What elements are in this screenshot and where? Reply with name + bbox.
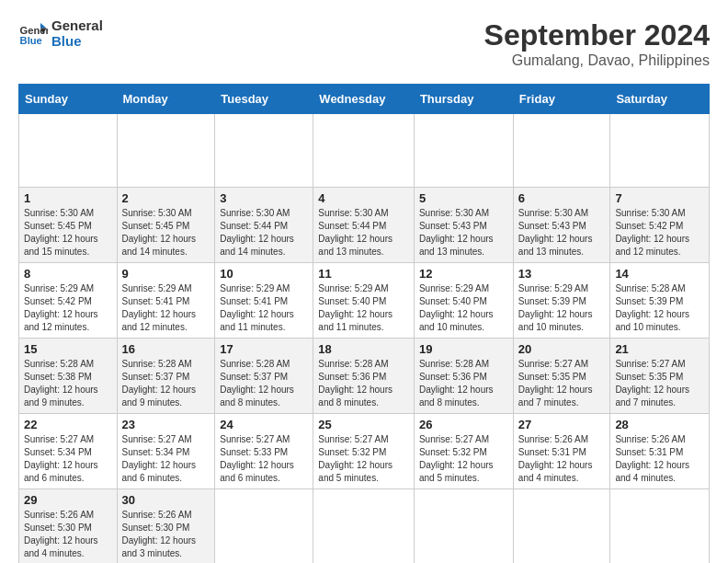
calendar-cell: 9Sunrise: 5:29 AM Sunset: 5:41 PM Daylig… bbox=[117, 263, 215, 339]
day-number: 24 bbox=[220, 418, 308, 431]
calendar-cell: 6Sunrise: 5:30 AM Sunset: 5:43 PM Daylig… bbox=[513, 188, 610, 263]
calendar-cell: 30Sunrise: 5:26 AM Sunset: 5:30 PM Dayli… bbox=[117, 489, 215, 564]
calendar-cell: 10Sunrise: 5:29 AM Sunset: 5:41 PM Dayli… bbox=[215, 263, 313, 339]
day-number: 26 bbox=[419, 418, 508, 431]
day-detail: Sunrise: 5:28 AM Sunset: 5:37 PM Dayligh… bbox=[122, 358, 210, 409]
calendar-cell: 15Sunrise: 5:28 AM Sunset: 5:38 PM Dayli… bbox=[19, 339, 118, 414]
month-year: September 2024 bbox=[484, 18, 710, 52]
calendar-cell bbox=[414, 114, 513, 188]
day-number: 25 bbox=[318, 418, 409, 431]
page-header: General Blue General Blue September 2024… bbox=[18, 18, 710, 69]
weekday-header-row: SundayMondayTuesdayWednesdayThursdayFrid… bbox=[19, 85, 710, 114]
logo-general: General bbox=[51, 18, 103, 34]
day-detail: Sunrise: 5:26 AM Sunset: 5:30 PM Dayligh… bbox=[24, 509, 112, 560]
day-number: 8 bbox=[24, 267, 112, 281]
calendar-cell: 4Sunrise: 5:30 AM Sunset: 5:44 PM Daylig… bbox=[313, 188, 415, 263]
day-detail: Sunrise: 5:29 AM Sunset: 5:42 PM Dayligh… bbox=[24, 282, 112, 334]
day-number: 28 bbox=[615, 418, 704, 431]
day-number: 11 bbox=[318, 267, 409, 281]
day-detail: Sunrise: 5:29 AM Sunset: 5:40 PM Dayligh… bbox=[318, 282, 409, 334]
calendar-cell bbox=[215, 114, 313, 188]
day-detail: Sunrise: 5:28 AM Sunset: 5:37 PM Dayligh… bbox=[220, 358, 308, 409]
day-number: 20 bbox=[518, 342, 606, 356]
day-detail: Sunrise: 5:29 AM Sunset: 5:40 PM Dayligh… bbox=[419, 282, 508, 334]
week-row-2: 1Sunrise: 5:30 AM Sunset: 5:45 PM Daylig… bbox=[19, 188, 710, 263]
calendar-cell: 18Sunrise: 5:28 AM Sunset: 5:36 PM Dayli… bbox=[313, 339, 415, 414]
day-detail: Sunrise: 5:27 AM Sunset: 5:33 PM Dayligh… bbox=[220, 433, 308, 485]
day-detail: Sunrise: 5:26 AM Sunset: 5:30 PM Dayligh… bbox=[122, 509, 210, 560]
calendar-cell: 5Sunrise: 5:30 AM Sunset: 5:43 PM Daylig… bbox=[414, 188, 513, 263]
day-number: 12 bbox=[419, 267, 508, 281]
calendar-cell bbox=[513, 114, 610, 188]
week-row-5: 22Sunrise: 5:27 AM Sunset: 5:34 PM Dayli… bbox=[19, 414, 710, 489]
weekday-header-tuesday: Tuesday bbox=[215, 85, 313, 114]
weekday-header-sunday: Sunday bbox=[19, 85, 118, 114]
day-number: 19 bbox=[419, 342, 508, 356]
calendar-cell: 8Sunrise: 5:29 AM Sunset: 5:42 PM Daylig… bbox=[19, 263, 118, 339]
logo-blue: Blue bbox=[51, 34, 103, 50]
calendar-cell: 24Sunrise: 5:27 AM Sunset: 5:33 PM Dayli… bbox=[215, 414, 313, 489]
day-number: 27 bbox=[518, 418, 606, 431]
day-number: 1 bbox=[24, 191, 112, 205]
day-detail: Sunrise: 5:30 AM Sunset: 5:45 PM Dayligh… bbox=[122, 207, 210, 259]
week-row-4: 15Sunrise: 5:28 AM Sunset: 5:38 PM Dayli… bbox=[19, 339, 710, 414]
calendar-cell: 7Sunrise: 5:30 AM Sunset: 5:42 PM Daylig… bbox=[610, 188, 710, 263]
calendar-cell: 2Sunrise: 5:30 AM Sunset: 5:45 PM Daylig… bbox=[117, 188, 215, 263]
day-detail: Sunrise: 5:28 AM Sunset: 5:36 PM Dayligh… bbox=[318, 358, 409, 409]
day-number: 29 bbox=[24, 493, 112, 507]
day-detail: Sunrise: 5:28 AM Sunset: 5:39 PM Dayligh… bbox=[615, 282, 704, 334]
day-detail: Sunrise: 5:28 AM Sunset: 5:36 PM Dayligh… bbox=[419, 358, 508, 409]
day-number: 3 bbox=[220, 191, 308, 205]
calendar-cell bbox=[610, 489, 710, 564]
calendar-cell bbox=[313, 489, 415, 564]
calendar-table: SundayMondayTuesdayWednesdayThursdayFrid… bbox=[18, 84, 710, 563]
calendar-cell: 26Sunrise: 5:27 AM Sunset: 5:32 PM Dayli… bbox=[414, 414, 513, 489]
calendar-cell: 17Sunrise: 5:28 AM Sunset: 5:37 PM Dayli… bbox=[215, 339, 313, 414]
day-detail: Sunrise: 5:30 AM Sunset: 5:42 PM Dayligh… bbox=[615, 207, 704, 259]
day-number: 9 bbox=[122, 267, 210, 281]
calendar-cell: 21Sunrise: 5:27 AM Sunset: 5:35 PM Dayli… bbox=[610, 339, 710, 414]
day-number: 21 bbox=[615, 342, 704, 356]
day-detail: Sunrise: 5:27 AM Sunset: 5:35 PM Dayligh… bbox=[615, 358, 704, 409]
calendar-cell: 13Sunrise: 5:29 AM Sunset: 5:39 PM Dayli… bbox=[513, 263, 610, 339]
week-row-1 bbox=[19, 114, 710, 188]
location: Gumalang, Davao, Philippines bbox=[484, 52, 710, 69]
weekday-header-friday: Friday bbox=[513, 85, 610, 114]
day-detail: Sunrise: 5:27 AM Sunset: 5:32 PM Dayligh… bbox=[318, 433, 409, 485]
day-detail: Sunrise: 5:30 AM Sunset: 5:43 PM Dayligh… bbox=[518, 207, 606, 259]
logo-icon: General Blue bbox=[18, 19, 48, 49]
day-number: 18 bbox=[318, 342, 409, 356]
day-detail: Sunrise: 5:29 AM Sunset: 5:41 PM Dayligh… bbox=[220, 282, 308, 334]
calendar-cell: 12Sunrise: 5:29 AM Sunset: 5:40 PM Dayli… bbox=[414, 263, 513, 339]
calendar-cell: 27Sunrise: 5:26 AM Sunset: 5:31 PM Dayli… bbox=[513, 414, 610, 489]
calendar-cell: 29Sunrise: 5:26 AM Sunset: 5:30 PM Dayli… bbox=[19, 489, 118, 564]
calendar-cell bbox=[313, 114, 415, 188]
day-detail: Sunrise: 5:27 AM Sunset: 5:34 PM Dayligh… bbox=[24, 433, 112, 485]
calendar-cell: 23Sunrise: 5:27 AM Sunset: 5:34 PM Dayli… bbox=[117, 414, 215, 489]
day-detail: Sunrise: 5:30 AM Sunset: 5:45 PM Dayligh… bbox=[24, 207, 112, 259]
week-row-6: 29Sunrise: 5:26 AM Sunset: 5:30 PM Dayli… bbox=[19, 489, 710, 564]
calendar-cell: 11Sunrise: 5:29 AM Sunset: 5:40 PM Dayli… bbox=[313, 263, 415, 339]
calendar-cell: 28Sunrise: 5:26 AM Sunset: 5:31 PM Dayli… bbox=[610, 414, 710, 489]
day-number: 17 bbox=[220, 342, 308, 356]
day-number: 2 bbox=[122, 191, 210, 205]
svg-text:Blue: Blue bbox=[20, 35, 42, 46]
day-detail: Sunrise: 5:29 AM Sunset: 5:41 PM Dayligh… bbox=[122, 282, 210, 334]
calendar-cell bbox=[19, 114, 118, 188]
calendar-cell: 3Sunrise: 5:30 AM Sunset: 5:44 PM Daylig… bbox=[215, 188, 313, 263]
weekday-header-saturday: Saturday bbox=[610, 85, 710, 114]
day-number: 5 bbox=[419, 191, 508, 205]
day-number: 30 bbox=[122, 493, 210, 507]
calendar-cell: 19Sunrise: 5:28 AM Sunset: 5:36 PM Dayli… bbox=[414, 339, 513, 414]
day-number: 7 bbox=[615, 191, 704, 205]
calendar-cell bbox=[513, 489, 610, 564]
calendar-cell bbox=[610, 114, 710, 188]
calendar-cell: 25Sunrise: 5:27 AM Sunset: 5:32 PM Dayli… bbox=[313, 414, 415, 489]
day-detail: Sunrise: 5:27 AM Sunset: 5:32 PM Dayligh… bbox=[419, 433, 508, 485]
calendar-cell: 16Sunrise: 5:28 AM Sunset: 5:37 PM Dayli… bbox=[117, 339, 215, 414]
day-number: 13 bbox=[518, 267, 606, 281]
day-number: 4 bbox=[318, 191, 409, 205]
day-detail: Sunrise: 5:30 AM Sunset: 5:44 PM Dayligh… bbox=[220, 207, 308, 259]
day-detail: Sunrise: 5:26 AM Sunset: 5:31 PM Dayligh… bbox=[615, 433, 704, 485]
calendar-cell: 1Sunrise: 5:30 AM Sunset: 5:45 PM Daylig… bbox=[19, 188, 118, 263]
